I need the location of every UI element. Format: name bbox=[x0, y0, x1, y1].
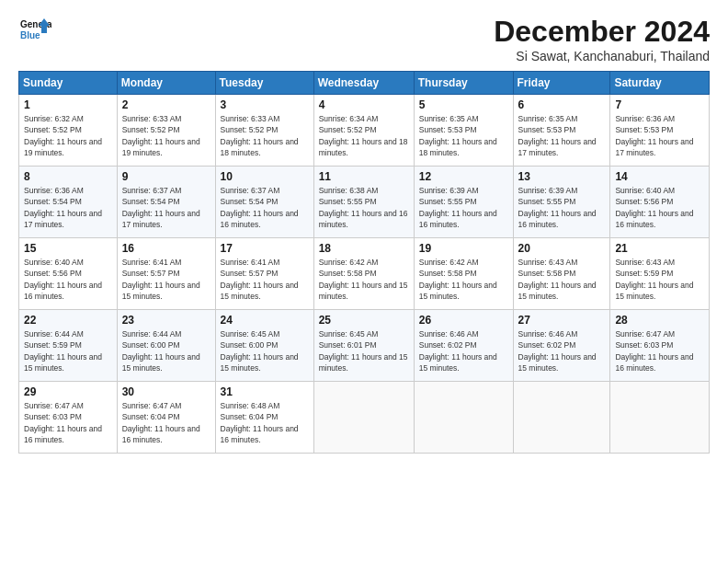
table-row: 8 Sunrise: 6:36 AMSunset: 5:54 PMDayligh… bbox=[19, 167, 118, 238]
table-row: 5 Sunrise: 6:35 AMSunset: 5:53 PMDayligh… bbox=[414, 95, 513, 167]
table-row: 12 Sunrise: 6:39 AMSunset: 5:55 PMDaylig… bbox=[414, 167, 513, 238]
col-thursday: Thursday bbox=[414, 72, 513, 95]
col-tuesday: Tuesday bbox=[215, 72, 313, 95]
table-row: 10 Sunrise: 6:37 AMSunset: 5:54 PMDaylig… bbox=[215, 167, 313, 238]
week-row: 29 Sunrise: 6:47 AMSunset: 6:03 PMDaylig… bbox=[19, 382, 710, 454]
table-row: 4 Sunrise: 6:34 AMSunset: 5:52 PMDayligh… bbox=[313, 95, 414, 167]
table-row: 11 Sunrise: 6:38 AMSunset: 5:55 PMDaylig… bbox=[313, 167, 414, 238]
table-row: 3 Sunrise: 6:33 AMSunset: 5:52 PMDayligh… bbox=[215, 95, 313, 167]
table-row: 20 Sunrise: 6:43 AMSunset: 5:58 PMDaylig… bbox=[513, 238, 610, 310]
table-row: 18 Sunrise: 6:42 AMSunset: 5:58 PMDaylig… bbox=[313, 238, 414, 310]
empty-cell bbox=[414, 382, 513, 454]
col-sunday: Sunday bbox=[19, 72, 118, 95]
table-row: 14 Sunrise: 6:40 AMSunset: 5:56 PMDaylig… bbox=[610, 167, 710, 238]
col-friday: Friday bbox=[513, 72, 610, 95]
table-row: 25 Sunrise: 6:45 AMSunset: 6:01 PMDaylig… bbox=[313, 310, 414, 382]
table-row: 29 Sunrise: 6:47 AMSunset: 6:03 PMDaylig… bbox=[19, 382, 118, 454]
empty-cell bbox=[313, 382, 414, 454]
table-row: 27 Sunrise: 6:46 AMSunset: 6:02 PMDaylig… bbox=[513, 310, 610, 382]
table-row: 13 Sunrise: 6:39 AMSunset: 5:55 PMDaylig… bbox=[513, 167, 610, 238]
header-row: Sunday Monday Tuesday Wednesday Thursday… bbox=[19, 72, 710, 95]
header: General Blue December 2024 Si Sawat, Kan… bbox=[18, 15, 710, 63]
table-row: 6 Sunrise: 6:35 AMSunset: 5:53 PMDayligh… bbox=[513, 95, 610, 167]
table-row: 19 Sunrise: 6:42 AMSunset: 5:58 PMDaylig… bbox=[414, 238, 513, 310]
col-monday: Monday bbox=[117, 72, 215, 95]
col-wednesday: Wednesday bbox=[313, 72, 414, 95]
week-row: 1 Sunrise: 6:32 AMSunset: 5:52 PMDayligh… bbox=[19, 95, 710, 167]
table-row: 17 Sunrise: 6:41 AMSunset: 5:57 PMDaylig… bbox=[215, 238, 313, 310]
logo-svg: General Blue bbox=[18, 15, 51, 48]
location: Si Sawat, Kanchanaburi, Thailand bbox=[494, 49, 710, 63]
table-row: 16 Sunrise: 6:41 AMSunset: 5:57 PMDaylig… bbox=[117, 238, 215, 310]
week-row: 22 Sunrise: 6:44 AMSunset: 5:59 PMDaylig… bbox=[19, 310, 710, 382]
empty-cell bbox=[610, 382, 710, 454]
empty-cell bbox=[513, 382, 610, 454]
calendar-table: Sunday Monday Tuesday Wednesday Thursday… bbox=[18, 71, 710, 454]
calendar-page: General Blue December 2024 Si Sawat, Kan… bbox=[0, 0, 728, 563]
table-row: 31 Sunrise: 6:48 AMSunset: 6:04 PMDaylig… bbox=[215, 382, 313, 454]
table-row: 15 Sunrise: 6:40 AMSunset: 5:56 PMDaylig… bbox=[19, 238, 118, 310]
table-row: 24 Sunrise: 6:45 AMSunset: 6:00 PMDaylig… bbox=[215, 310, 313, 382]
table-row: 23 Sunrise: 6:44 AMSunset: 6:00 PMDaylig… bbox=[117, 310, 215, 382]
table-row: 22 Sunrise: 6:44 AMSunset: 5:59 PMDaylig… bbox=[19, 310, 118, 382]
table-row: 30 Sunrise: 6:47 AMSunset: 6:04 PMDaylig… bbox=[117, 382, 215, 454]
table-row: 26 Sunrise: 6:46 AMSunset: 6:02 PMDaylig… bbox=[414, 310, 513, 382]
table-row: 21 Sunrise: 6:43 AMSunset: 5:59 PMDaylig… bbox=[610, 238, 710, 310]
month-title: December 2024 bbox=[494, 15, 710, 49]
week-row: 8 Sunrise: 6:36 AMSunset: 5:54 PMDayligh… bbox=[19, 167, 710, 238]
table-row: 28 Sunrise: 6:47 AMSunset: 6:03 PMDaylig… bbox=[610, 310, 710, 382]
week-row: 15 Sunrise: 6:40 AMSunset: 5:56 PMDaylig… bbox=[19, 238, 710, 310]
svg-text:Blue: Blue bbox=[20, 30, 40, 40]
title-block: December 2024 Si Sawat, Kanchanaburi, Th… bbox=[494, 15, 710, 63]
logo: General Blue bbox=[18, 15, 51, 48]
table-row: 7 Sunrise: 6:36 AMSunset: 5:53 PMDayligh… bbox=[610, 95, 710, 167]
table-row: 2 Sunrise: 6:33 AMSunset: 5:52 PMDayligh… bbox=[117, 95, 215, 167]
table-row: 1 Sunrise: 6:32 AMSunset: 5:52 PMDayligh… bbox=[19, 95, 118, 167]
table-row: 9 Sunrise: 6:37 AMSunset: 5:54 PMDayligh… bbox=[117, 167, 215, 238]
col-saturday: Saturday bbox=[610, 72, 710, 95]
